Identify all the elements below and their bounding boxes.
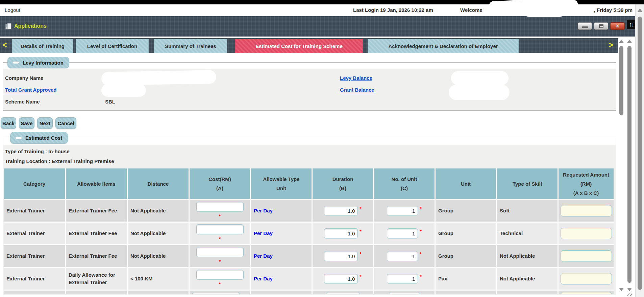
back-button[interactable]: Back bbox=[1, 117, 16, 129]
per-day-link[interactable]: Per Day bbox=[254, 252, 273, 260]
cell-distance bbox=[128, 291, 189, 294]
cell-allowable-type-unit: Per Day bbox=[251, 200, 312, 222]
duration-input[interactable] bbox=[324, 206, 358, 216]
tabs-next-arrow[interactable]: > bbox=[609, 41, 613, 50]
save-button[interactable]: Save bbox=[19, 117, 34, 129]
no-of-unit-input[interactable] bbox=[387, 274, 418, 284]
window-title: Applications bbox=[14, 23, 47, 29]
logout-link[interactable]: Logout bbox=[5, 7, 20, 13]
cost-input[interactable] bbox=[196, 224, 244, 234]
levy-balance-link[interactable]: Levy Balance bbox=[340, 75, 372, 81]
cell-distance: Not Applicable bbox=[128, 200, 189, 222]
levy-section-toggle[interactable]: Levy Information bbox=[7, 57, 69, 68]
scroll-up-arrow-icon[interactable] bbox=[627, 40, 632, 43]
scroll-up-arrow-icon[interactable] bbox=[619, 40, 624, 43]
cell-allowable-items: External Trainer Fee bbox=[66, 200, 127, 222]
tab-estimated-cost-active[interactable]: Estimated Cost for Training Scheme bbox=[235, 39, 363, 53]
no-of-unit-input[interactable] bbox=[387, 206, 418, 216]
redaction-blob bbox=[101, 70, 217, 86]
restore-button[interactable] bbox=[594, 22, 608, 30]
cost-input[interactable] bbox=[196, 247, 244, 257]
scrollbar-thumb[interactable] bbox=[638, 17, 642, 290]
no-of-unit-input[interactable] bbox=[389, 292, 420, 294]
tabs-prev-arrow[interactable]: < bbox=[2, 41, 7, 50]
no-of-unit-input[interactable] bbox=[387, 251, 418, 261]
cost-input[interactable] bbox=[196, 270, 244, 280]
scrollbar-thumb[interactable] bbox=[627, 46, 631, 283]
scroll-down-arrow-icon[interactable] bbox=[627, 288, 632, 291]
per-day-link[interactable]: Per Day bbox=[254, 207, 273, 214]
per-day-link[interactable]: Per Day bbox=[254, 275, 273, 282]
cell-allowable-items: External Trainer Fee bbox=[66, 245, 127, 267]
required-marker: * bbox=[360, 251, 361, 257]
required-marker: * bbox=[219, 281, 221, 285]
cell-distance: Not Applicable bbox=[128, 223, 189, 244]
cell-duration: * bbox=[313, 200, 373, 222]
cell-allowable-items: Daily Allowance for External Trainer bbox=[66, 268, 127, 290]
estimated-cost-section-toggle[interactable]: Estimated Cost bbox=[10, 132, 68, 144]
duration-input[interactable] bbox=[326, 292, 360, 294]
cell-cost: * bbox=[190, 200, 250, 222]
header-no-of-unit: No. of Unit(C) bbox=[374, 168, 435, 199]
next-button[interactable]: Next bbox=[37, 117, 53, 129]
scrollbar-thumb[interactable] bbox=[619, 46, 623, 115]
collapse-minus-icon[interactable] bbox=[16, 137, 22, 139]
duration-input[interactable] bbox=[324, 228, 358, 238]
sort-sync-icon[interactable]: ↑↓ bbox=[627, 20, 636, 29]
cell-allowable-items: External Trainer Fee bbox=[66, 223, 127, 244]
required-marker: * bbox=[360, 273, 361, 280]
inner-scrollbar-left[interactable] bbox=[619, 39, 624, 293]
requested-amount-input[interactable] bbox=[561, 250, 612, 262]
no-of-unit-input[interactable] bbox=[387, 228, 418, 238]
cell-duration: * bbox=[313, 223, 373, 244]
tab-details-of-training[interactable]: Details of Training bbox=[12, 39, 73, 53]
cell-allowable-type-unit: Per Day bbox=[251, 268, 312, 290]
required-marker: * bbox=[420, 251, 421, 257]
collapse-minus-icon[interactable] bbox=[13, 62, 19, 64]
requested-amount-input[interactable] bbox=[561, 273, 612, 284]
required-marker: * bbox=[360, 228, 361, 235]
cell-allowable-items bbox=[66, 291, 127, 294]
per-day-link[interactable]: Per Day bbox=[254, 230, 273, 237]
cost-input[interactable] bbox=[196, 202, 244, 212]
cost-input[interactable] bbox=[192, 292, 240, 294]
cell-allowable-type-unit: Per Day bbox=[251, 245, 312, 267]
requested-amount-input[interactable] bbox=[561, 292, 612, 294]
requested-amount-input[interactable] bbox=[561, 228, 612, 239]
duration-input[interactable] bbox=[324, 274, 358, 284]
header-requested-amount: Requested Amount(RM)(A x B x C) bbox=[559, 168, 614, 199]
total-grant-approved-link[interactable]: Total Grant Approved bbox=[5, 87, 57, 93]
cell-cost: * bbox=[190, 268, 250, 290]
header-category: Category bbox=[4, 168, 65, 199]
datetime-text: , Friday 5:39 pm bbox=[594, 7, 633, 13]
cell-requested-amount bbox=[559, 268, 614, 290]
duration-input[interactable] bbox=[324, 251, 358, 261]
header-duration: Duration(B) bbox=[313, 168, 373, 199]
requested-amount-input[interactable] bbox=[561, 205, 612, 216]
inner-scrollbar-right[interactable] bbox=[627, 39, 632, 293]
required-marker: * bbox=[219, 258, 221, 263]
cell-category: External Trainer bbox=[4, 245, 65, 267]
header-unit: Unit bbox=[436, 168, 496, 199]
cell-cost bbox=[190, 291, 250, 294]
scroll-up-arrow-icon[interactable] bbox=[637, 8, 643, 12]
tab-level-of-certification[interactable]: Level of Certification bbox=[76, 39, 149, 53]
close-button[interactable]: ✕ bbox=[610, 22, 625, 30]
cell-unit: Pax bbox=[436, 268, 496, 290]
tab-summary-of-trainees[interactable]: Summary of Trainees bbox=[154, 39, 227, 53]
required-marker: * bbox=[420, 273, 421, 280]
estimated-cost-section-title: Estimated Cost bbox=[25, 135, 68, 141]
cell-requested-amount bbox=[559, 291, 614, 294]
cell-category: External Trainer bbox=[4, 200, 65, 222]
cell-distance: Not Applicable bbox=[128, 245, 189, 267]
cell-no-of-unit: * bbox=[374, 200, 435, 222]
minimize-button[interactable] bbox=[578, 22, 592, 30]
grant-balance-link[interactable]: Grant Balance bbox=[340, 87, 374, 93]
down-arrow-icon: ↓ bbox=[631, 21, 634, 28]
tab-acknowledgement-declaration[interactable]: Acknowledgement & Declaration of Employe… bbox=[368, 39, 519, 53]
cancel-button[interactable]: Cancel bbox=[55, 117, 76, 129]
required-marker: * bbox=[420, 228, 421, 235]
scroll-down-arrow-icon[interactable] bbox=[619, 288, 624, 291]
browser-scrollbar[interactable] bbox=[635, 4, 644, 297]
cell-no-of-unit bbox=[374, 291, 435, 294]
